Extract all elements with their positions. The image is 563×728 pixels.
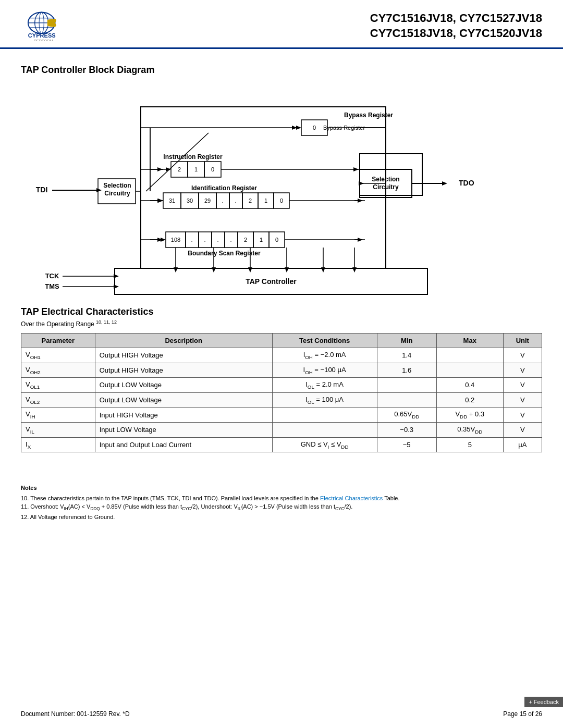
note-item: 10. These characteristics pertain to the… [21,494,542,503]
notes-list: 10. These characteristics pertain to the… [21,494,542,522]
elec-table: Parameter Description Test Conditions Mi… [21,333,542,452]
svg-text:.: . [217,237,218,243]
cell-desc: Input and Output Load Current [95,437,272,452]
tap-diagram-section: TAP Controller Block Diagram TDI Selecti… [21,65,542,301]
svg-marker-102 [174,267,178,273]
cell-max: 0.35VDD [436,422,503,437]
col-min: Min [377,334,436,348]
table-row: IX Input and Output Load Current GND ≤ V… [21,437,542,452]
cell-param: VOH2 [21,363,95,378]
col-max: Max [436,334,503,348]
tap-block-diagram: TDI Selection Circuitry 0 Bypass Registe… [21,86,490,300]
table-header-row: Parameter Description Test Conditions Mi… [21,334,542,348]
svg-text:TDI: TDI [36,186,48,194]
elec-subtitle: Over the Operating Range 10, 11, 12 [21,319,542,328]
cell-min: −5 [377,437,436,452]
svg-text:29: 29 [204,198,211,204]
cell-max: VDD + 0.3 [436,408,503,423]
svg-text:1: 1 [264,198,267,204]
svg-text:.: . [191,237,192,243]
cell-test [272,422,377,437]
cell-desc: Output HIGH Voltage [95,348,272,363]
svg-text:30: 30 [187,198,193,204]
cell-max: 5 [436,437,503,452]
main-content: TAP Controller Block Diagram TDI Selecti… [0,49,563,532]
svg-marker-106 [248,267,252,273]
svg-text:108: 108 [171,237,180,243]
cell-param: VOH1 [21,348,95,363]
cell-test: IOH = −100 μA [272,363,377,378]
svg-line-17 [146,133,209,191]
svg-text:TMS: TMS [45,282,59,290]
col-description: Description [95,334,272,348]
svg-text:PERFORM: PERFORM [34,39,53,41]
logo-area: CYPRESS PERFORM [21,9,89,42]
notes-title: Notes [21,484,542,492]
col-unit: Unit [503,334,542,348]
feedback-button[interactable]: + Feedback [524,697,563,707]
svg-text:.: . [230,237,231,243]
svg-text:CYPRESS: CYPRESS [28,32,56,39]
cell-unit: V [503,408,542,423]
cell-test: IOL = 100 μA [272,392,377,408]
svg-text:Instruction Register: Instruction Register [163,153,223,161]
svg-text:0: 0 [211,166,214,172]
svg-text:.: . [204,237,205,243]
svg-text:TDO: TDO [459,179,474,187]
table-row: VIL Input LOW Voltage −0.3 0.35VDD V [21,422,542,437]
tap-diagram-title: TAP Controller Block Diagram [21,65,542,76]
svg-text:2: 2 [178,166,181,172]
cell-param: VIH [21,408,95,423]
table-row: VOH2 Output HIGH Voltage IOH = −100 μA 1… [21,363,542,378]
svg-text:0: 0 [275,237,278,243]
svg-text:1: 1 [194,166,198,172]
cell-max: 0.2 [436,392,503,408]
table-row: VOH1 Output HIGH Voltage IOH = −2.0 mA 1… [21,348,542,363]
cell-param: VIL [21,422,95,437]
cell-param: IX [21,437,95,452]
elec-char-link[interactable]: Electrical Characteristics [320,495,383,501]
svg-text:0: 0 [313,125,316,131]
svg-marker-82 [157,167,163,171]
cell-param: VOL2 [21,392,95,408]
cell-max: 0.4 [436,378,503,393]
svg-marker-117 [114,285,119,289]
elec-subtitle-text: Over the Operating Range [21,320,94,328]
cell-test: IOL = 2.0 mA [272,378,377,393]
cypress-logo: CYPRESS PERFORM [21,9,83,41]
cell-max [436,363,503,378]
col-test-conditions: Test Conditions [272,334,377,348]
table-row: VOL1 Output LOW Voltage IOL = 2.0 mA 0.4… [21,378,542,393]
svg-marker-104 [212,267,216,273]
cell-unit: V [503,363,542,378]
title-line1: CY7C1516JV18, CY7C1527JV18 [370,11,542,24]
cell-desc: Input LOW Voltage [95,422,272,437]
cell-param: VOL1 [21,378,95,393]
cell-unit: V [503,422,542,437]
cell-desc: Output LOW Voltage [95,392,272,408]
svg-marker-11 [96,188,102,192]
svg-text:Selection: Selection [103,182,131,189]
svg-text:.: . [222,198,223,204]
page-footer: Document Number: 001-12559 Rev. *D Page … [21,710,542,718]
svg-marker-108 [285,267,289,273]
cell-unit: V [503,392,542,408]
svg-text:Circuitry: Circuitry [373,183,399,191]
svg-text:Circuitry: Circuitry [104,190,130,197]
svg-text:TCK: TCK [45,272,59,280]
cell-min: 1.6 [377,363,436,378]
header-title: CY7C1516JV18, CY7C1527JV18 CY7C1518JV18,… [89,11,542,41]
table-row: VOL2 Output LOW Voltage IOL = 100 μA 0.2… [21,392,542,408]
svg-marker-83 [157,199,163,203]
svg-marker-97 [442,181,447,186]
cell-test [272,408,377,423]
svg-text:TAP Controller: TAP Controller [246,277,297,286]
cell-desc: Output LOW Voltage [95,378,272,393]
doc-number: Document Number: 001-12559 Rev. *D [21,710,130,718]
page-number: Page 15 of 26 [503,710,542,718]
svg-text:2: 2 [249,198,252,204]
cell-unit: V [503,378,542,393]
svg-text:0: 0 [280,198,283,204]
cell-max [436,348,503,363]
table-row: VIH Input HIGH Voltage 0.65VDD VDD + 0.3… [21,408,542,423]
